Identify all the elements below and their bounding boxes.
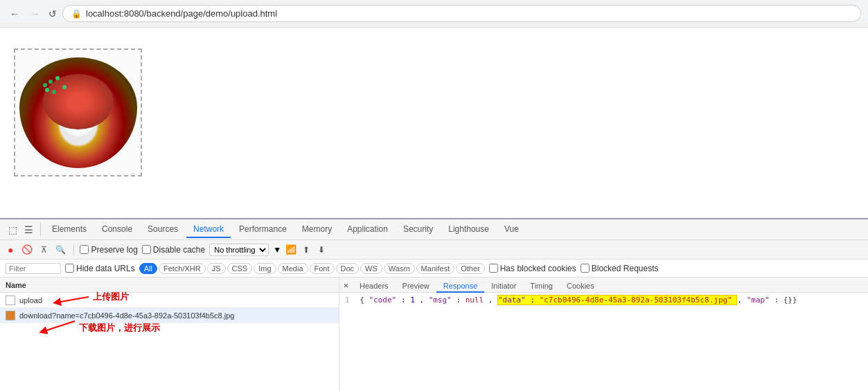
left-panel: Name upload 上传图片	[0, 278, 339, 391]
resp-tab-timing[interactable]: Timing	[523, 280, 560, 293]
json-val-msg: null	[466, 295, 484, 304]
filter-type-font[interactable]: Font	[310, 263, 335, 274]
response-content: 1 { "code" : 1 , "msg" : null , "data" :…	[339, 293, 868, 391]
preserve-log-checkbox[interactable]	[80, 245, 89, 254]
filter-types: All Fetch/XHR JS CSS Img Media Font Doc …	[139, 263, 485, 274]
blocked-requests-label[interactable]: Blocked Requests	[581, 264, 659, 273]
download-row-icon	[6, 311, 15, 320]
filter-type-all[interactable]: All	[139, 263, 157, 274]
filter-type-css[interactable]: CSS	[227, 263, 253, 274]
network-toolbar: ● 🚫 ⊼ 🔍 Preserve log Disable cache No th…	[0, 240, 868, 260]
json-key-code: "code"	[369, 295, 397, 304]
filter-type-img[interactable]: Img	[254, 263, 276, 274]
json-key-map: "map"	[747, 295, 770, 304]
upload-icon[interactable]: ⬆	[301, 244, 312, 255]
close-button[interactable]: ×	[339, 280, 353, 292]
disable-cache-label[interactable]: Disable cache	[142, 245, 205, 255]
json-comma1: ,	[419, 295, 424, 304]
filter-button[interactable]: ⊼	[39, 244, 49, 255]
line-number: 1	[345, 295, 350, 304]
upload-row-icon	[6, 295, 15, 305]
tab-application[interactable]: Application	[340, 221, 395, 238]
tab-lighthouse[interactable]: Lighthouse	[441, 221, 496, 238]
hide-data-urls-checkbox[interactable]	[65, 264, 74, 273]
search-button[interactable]: 🔍	[53, 244, 68, 255]
forward-button[interactable]: →	[28, 7, 43, 21]
tab-network[interactable]: Network	[186, 221, 231, 238]
food-garnish	[48, 80, 53, 84]
tab-separator	[40, 224, 41, 236]
upload-row[interactable]: upload	[0, 293, 339, 308]
back-button[interactable]: ←	[7, 7, 22, 21]
stop-button[interactable]: 🚫	[19, 244, 35, 255]
food-topping	[43, 74, 114, 129]
json-colon4: :	[774, 295, 779, 304]
devtools-tabbar: ⬚ ☰ Elements Console Sources Network Per…	[0, 219, 868, 240]
json-map-val: {}}	[783, 295, 797, 304]
devtools-panel: ⬚ ☰ Elements Console Sources Network Per…	[0, 218, 868, 391]
tab-sources[interactable]: Sources	[141, 221, 185, 238]
filter-type-wasm[interactable]: Wasm	[384, 263, 415, 274]
json-key-msg: "msg"	[429, 295, 452, 304]
resp-tab-headers[interactable]: Headers	[353, 280, 396, 293]
secure-icon: 🔒	[71, 9, 82, 19]
upload-row-name: upload	[19, 296, 42, 304]
tab-elements[interactable]: Elements	[45, 221, 94, 238]
json-val-code: 1	[410, 295, 415, 304]
address-bar[interactable]: 🔒 localhost:8080/backend/page/demo/uploa…	[62, 5, 861, 22]
json-comma3: ,	[737, 295, 742, 304]
browser-bar: ← → ↺ 🔒 localhost:8080/backend/page/demo…	[0, 0, 868, 28]
tab-vue[interactable]: Vue	[497, 221, 526, 238]
filter-type-js[interactable]: JS	[207, 263, 226, 274]
filter-input[interactable]	[6, 263, 61, 274]
json-key-data: "data"	[498, 295, 526, 304]
hide-data-urls-label[interactable]: Hide data URLs	[65, 264, 135, 273]
resp-tab-preview[interactable]: Preview	[396, 280, 436, 293]
response-tabbar: × Headers Preview Response Initiator Tim…	[339, 278, 868, 293]
tab-performance[interactable]: Performance	[232, 221, 294, 238]
col-name-header: Name	[0, 278, 339, 293]
json-colon1: :	[401, 295, 406, 304]
record-button[interactable]: ●	[6, 244, 15, 256]
download-annotation-text: 下载图片，进行展示	[79, 322, 160, 334]
preserve-log-label[interactable]: Preserve log	[80, 245, 137, 255]
refresh-button[interactable]: ↺	[48, 8, 57, 19]
filter-bar: Hide data URLs All Fetch/XHR JS CSS Img …	[0, 260, 868, 278]
json-colon3: :	[530, 295, 535, 304]
filter-type-ws[interactable]: WS	[360, 263, 382, 274]
device-icon[interactable]: ☰	[21, 223, 36, 237]
has-blocked-cookies-checkbox[interactable]	[489, 264, 498, 273]
right-panel: × Headers Preview Response Initiator Tim…	[339, 278, 868, 391]
resp-tab-initiator[interactable]: Initiator	[484, 280, 523, 293]
json-brace-open: {	[360, 295, 364, 304]
resp-tab-cookies[interactable]: Cookies	[560, 280, 601, 293]
json-colon2: :	[456, 295, 461, 304]
disable-cache-checkbox[interactable]	[142, 245, 151, 254]
response-line: 1 { "code" : 1 , "msg" : null , "data" :…	[345, 295, 862, 304]
tab-memory[interactable]: Memory	[295, 221, 339, 238]
download-row[interactable]: download?name=c7cb0496-4d8e-45a3-892a-50…	[0, 308, 339, 323]
has-blocked-cookies-label[interactable]: Has blocked cookies	[489, 264, 576, 273]
network-main: Name upload 上传图片	[0, 278, 868, 391]
tab-security[interactable]: Security	[396, 221, 440, 238]
download-row-name: download?name=c7cb0496-4d8e-45a3-892a-50…	[19, 311, 234, 320]
toolbar-separator	[73, 244, 74, 255]
resp-tab-response[interactable]: Response	[436, 280, 485, 293]
json-highlighted-data: "data" : "c7cb0496-4d8e-45a3-892a-503103…	[497, 295, 737, 305]
food-image	[19, 57, 137, 168]
filter-type-other[interactable]: Other	[456, 263, 485, 274]
image-upload-area	[14, 48, 142, 176]
filter-type-fetch-xhr[interactable]: Fetch/XHR	[159, 263, 206, 274]
upload-row-container: upload 上传图片	[0, 293, 339, 308]
download-row-container: download?name=c7cb0496-4d8e-45a3-892a-50…	[0, 308, 339, 323]
url-text: localhost:8080/backend/page/demo/upload.…	[86, 8, 277, 19]
inspector-icon[interactable]: ⬚	[6, 223, 20, 237]
filter-type-manifest[interactable]: Manifest	[416, 263, 455, 274]
filter-type-media[interactable]: Media	[278, 263, 308, 274]
blocked-requests-checkbox[interactable]	[581, 264, 590, 273]
json-comma2: ,	[488, 295, 493, 304]
download-icon[interactable]: ⬇	[316, 244, 327, 255]
throttle-select[interactable]: No throttling	[209, 244, 269, 256]
tab-console[interactable]: Console	[95, 221, 139, 238]
filter-type-doc[interactable]: Doc	[336, 263, 360, 274]
